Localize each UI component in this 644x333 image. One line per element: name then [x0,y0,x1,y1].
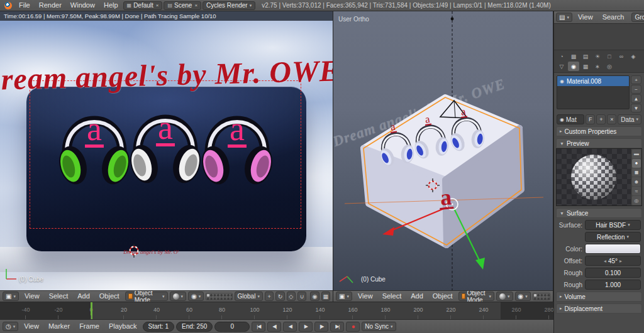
screen-layout-selector[interactable]: ▦ Default × [123,1,163,10]
menu-search[interactable]: Search [599,12,628,23]
hair-component-selector[interactable]: Reflection ▾ [585,232,641,242]
fake-user-button[interactable]: F [586,114,595,124]
tab-texture[interactable]: ▦ [580,62,591,71]
tab-particles[interactable]: ∗ [592,62,603,71]
roughness-v-field[interactable]: 1.000 [585,280,641,290]
panel-surface[interactable]: ▼ Surface [556,208,642,218]
editor-type-button[interactable]: ▣ ▾ [336,292,352,301]
move-slot-up-button[interactable]: ▲ [631,94,641,103]
frame-end-field[interactable]: End: 250 [176,322,213,332]
material-slots[interactable]: ◉ Material.008 [557,75,630,109]
link-data-selector[interactable]: Data ▾ [618,114,641,124]
mode-selector[interactable]: Object Mode ▾ [458,292,494,301]
menu-add[interactable]: Add [407,291,427,302]
viewport-shading-selector[interactable]: ▾ [170,292,187,301]
close-icon[interactable]: × [156,3,159,8]
manipulator-rotate-button[interactable]: ↻ [275,292,284,301]
surface-shader-selector[interactable]: Hair BSDF ▾ [585,220,641,230]
menu-object[interactable]: Object [429,291,457,302]
close-icon[interactable]: × [194,3,197,8]
opengl-render-anim-button[interactable]: ▦ [321,292,330,301]
opengl-render-button[interactable]: ◉ [310,292,319,301]
layers-widget[interactable] [206,293,232,300]
play-reverse-button[interactable]: ◀ [283,322,297,332]
panel-custom-properties[interactable]: ▸ Custom Properties [556,126,642,136]
rendered-3d-view[interactable]: Dream angel's by Mr. OWE [0,21,333,290]
manipulator-translate-button[interactable]: + [265,292,274,301]
layers-widget[interactable] [533,293,550,300]
preview-sphere-button[interactable]: ● [632,159,641,168]
tab-render-layers[interactable]: ▩ [568,52,579,61]
menu-view[interactable]: View [21,291,43,302]
material-slot-selected[interactable]: ◉ Material.008 [557,76,629,86]
offset-slider[interactable]: ◂ 45° ▸ [585,256,641,266]
menu-select[interactable]: Select [379,291,406,302]
editor-type-button[interactable]: ▣ ▾ [3,292,19,301]
menu-render[interactable]: Render [35,0,65,11]
tab-modifiers[interactable]: ◈ [628,52,639,61]
preview-flat-button[interactable]: ▬ [632,150,641,158]
tab-world[interactable]: ☀ [592,52,603,61]
move-slot-down-button[interactable]: ▼ [631,104,641,112]
auto-keyframe-record-button[interactable]: ● [346,322,360,332]
add-slot-button[interactable]: + [631,75,641,84]
tab-scene[interactable]: ▤ [580,52,591,61]
menu-select[interactable]: Select [45,291,72,302]
snap-magnet-button[interactable]: ∪ [297,292,306,301]
panel-preview[interactable]: ▼ Preview [556,138,642,148]
material-browse-field[interactable]: ◉ Mat [557,114,584,124]
transform-orientation-selector[interactable]: Global ▾ [235,292,263,301]
panel-displacement[interactable]: ▸ Displacement [556,303,642,314]
preview-monkey-button[interactable]: ☻ [632,177,641,186]
blender-logo-icon[interactable] [4,2,12,9]
roughness-u-field[interactable]: 0.100 [585,268,641,278]
menu-window[interactable]: Window [67,0,99,11]
mode-selector[interactable]: Object Mode ▾ [125,292,168,301]
preview-sphere2-button[interactable]: ◎ [632,196,641,205]
jump-to-start-button[interactable]: |◀ [252,322,265,332]
next-keyframe-button[interactable]: |▶ [314,322,328,332]
scene-selector[interactable]: ▤ Scene × [164,1,201,10]
outliner-tree[interactable] [554,24,644,50]
unlink-material-button[interactable]: × [607,114,616,124]
editor-type-button[interactable]: ◷ ▾ [3,322,18,331]
viewport-shading-selector[interactable]: ▾ [496,292,513,301]
new-material-button[interactable]: + [596,114,606,124]
preview-hair-button[interactable]: ≈ [632,187,641,195]
av-sync-selector[interactable]: No Sync ▾ [362,322,396,331]
current-frame-field[interactable]: 0 [214,322,250,332]
menu-view[interactable]: View [574,12,597,23]
render-engine-selector[interactable]: Cycles Render ▾ [203,1,255,10]
tab-constraints[interactable]: ∞ [616,52,627,61]
outliner-display-mode[interactable]: Groups ▾ [631,13,644,22]
menu-help[interactable]: Help [100,0,122,11]
menu-playback[interactable]: Playback [105,321,141,332]
timeline-ruler[interactable]: -40 -20 0 20 40 60 80 100 120 140 160 18… [0,302,553,319]
menu-object[interactable]: Object [96,291,123,302]
tab-material[interactable]: ◉ [568,62,579,71]
menu-view[interactable]: View [354,291,377,302]
menu-view[interactable]: View [20,321,43,332]
editor-type-button[interactable]: ▤ ▾ [556,13,572,22]
tab-data[interactable]: ▽ [556,62,567,71]
menu-marker[interactable]: Marker [45,321,74,332]
menu-frame[interactable]: Frame [75,321,103,332]
menu-add[interactable]: Add [74,291,94,302]
current-frame-playhead[interactable] [91,302,92,319]
manipulator-scale-button[interactable]: ◇ [287,292,296,301]
jump-to-end-button[interactable]: ▶| [330,322,344,332]
pivot-point-selector[interactable]: ◉ ▾ [188,292,204,301]
decrement-icon[interactable]: ◂ [604,258,606,264]
solid-3d-view[interactable]: User Ortho Dream angel's by Mr. OWE [333,11,553,290]
pivot-point-selector[interactable]: ◉ ▾ [515,292,531,301]
increment-icon[interactable]: ▸ [619,258,622,264]
tab-render[interactable]: ◔ [556,52,567,61]
frame-start-field[interactable]: Start: 1 [143,322,174,332]
play-button[interactable]: ▶ [299,322,313,332]
panel-volume[interactable]: ▸ Volume [556,292,642,302]
tab-object[interactable]: □ [604,52,615,61]
color-swatch[interactable] [585,244,641,254]
tab-physics[interactable]: ◎ [604,62,615,71]
remove-slot-button[interactable]: − [631,85,641,94]
menu-file[interactable]: File [15,0,34,11]
